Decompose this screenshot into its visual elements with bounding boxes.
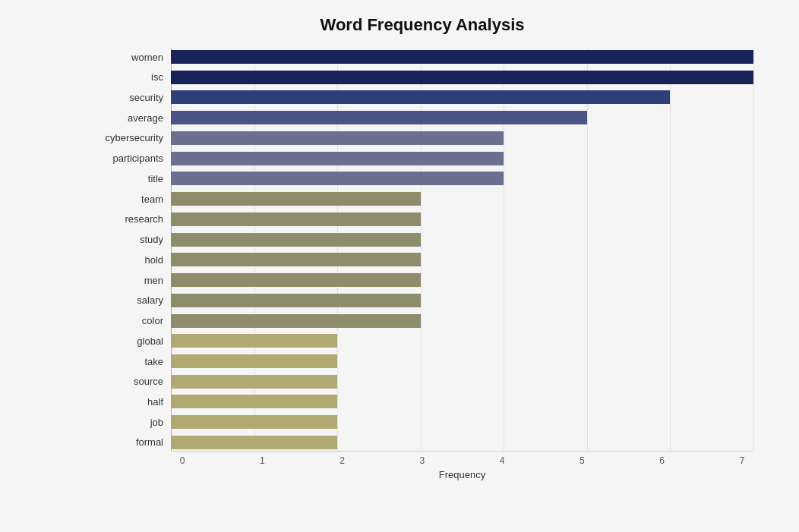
bar-fill: [171, 71, 753, 84]
bar-track: [171, 354, 753, 368]
bar-row: cybersecurity: [91, 130, 753, 146]
bar-label: cybersecurity: [91, 132, 171, 143]
bar-fill: [171, 375, 337, 389]
bar-row: study: [91, 231, 753, 248]
bar-label: research: [91, 213, 171, 225]
x-tick: 6: [651, 455, 674, 466]
bar-row: title: [91, 170, 753, 187]
bar-row: half: [91, 393, 753, 410]
bar-row: hold: [91, 251, 753, 268]
bar-track: [171, 212, 753, 226]
chart-area: womeniscsecurityaveragecybersecuritypart…: [91, 49, 753, 489]
bar-track: [171, 233, 753, 247]
bar-fill: [171, 294, 421, 307]
bar-row: job: [91, 414, 753, 430]
bar-label: team: [91, 194, 171, 205]
bar-label: formal: [91, 436, 171, 448]
bar-row: research: [91, 211, 753, 228]
bars-section: womeniscsecurityaveragecybersecuritypart…: [91, 49, 753, 451]
bar-label: security: [91, 92, 171, 103]
x-axis-area: 01234567 Frequency: [171, 451, 753, 489]
bar-track: [171, 131, 753, 145]
bar-fill: [171, 212, 421, 226]
bar-fill: [171, 273, 421, 287]
bar-label: job: [91, 417, 171, 428]
bar-track: [171, 273, 753, 287]
bar-fill: [171, 111, 587, 124]
bar-label: source: [91, 376, 171, 387]
bar-track: [171, 90, 753, 104]
bar-fill: [171, 152, 504, 165]
bar-row: team: [91, 190, 753, 207]
chart-container: Word Frequency Analysis womeniscsecurity…: [0, 0, 799, 532]
x-tick: 2: [331, 455, 354, 466]
bar-fill: [171, 395, 337, 408]
bar-track: [171, 192, 753, 206]
bar-label: global: [91, 335, 171, 347]
bar-track: [171, 314, 753, 328]
bar-track: [171, 436, 753, 449]
bar-track: [171, 152, 753, 165]
bar-row: isc: [91, 69, 753, 86]
bar-label: title: [91, 173, 171, 184]
x-tick: 7: [731, 455, 753, 466]
bar-row: men: [91, 272, 753, 288]
bar-track: [171, 415, 753, 429]
bar-fill: [171, 253, 421, 266]
grid-line: [753, 49, 754, 451]
bar-fill: [171, 334, 337, 348]
bar-label: salary: [91, 294, 171, 306]
bar-label: study: [91, 234, 171, 245]
bar-fill: [171, 192, 421, 206]
x-tick: 4: [491, 455, 513, 466]
bar-fill: [171, 233, 421, 247]
bar-row: formal: [91, 434, 753, 451]
x-axis-label: Frequency: [171, 469, 753, 480]
bar-row: average: [91, 109, 753, 126]
bar-track: [171, 334, 753, 348]
bar-label: participants: [91, 153, 171, 164]
bar-track: [171, 294, 753, 307]
x-tick: 5: [570, 455, 593, 466]
bar-fill: [171, 436, 337, 449]
bar-fill: [171, 50, 753, 64]
bar-row: security: [91, 89, 753, 105]
bar-label: men: [91, 275, 171, 286]
bar-track: [171, 253, 753, 266]
bar-row: women: [91, 49, 753, 65]
bar-row: take: [91, 353, 753, 370]
bar-track: [171, 50, 753, 64]
bar-track: [171, 375, 753, 389]
bar-fill: [171, 131, 504, 145]
bar-track: [171, 172, 753, 185]
bar-row: participants: [91, 150, 753, 167]
bar-fill: [171, 172, 504, 185]
bar-track: [171, 111, 753, 124]
chart-title: Word Frequency Analysis: [91, 15, 753, 35]
x-tick: 0: [171, 455, 194, 466]
bar-row: color: [91, 313, 753, 329]
bar-label: average: [91, 112, 171, 124]
bar-fill: [171, 314, 421, 328]
bar-label: women: [91, 52, 171, 63]
bar-fill: [171, 354, 337, 368]
bar-label: take: [91, 356, 171, 367]
bar-track: [171, 71, 753, 84]
bar-track: [171, 395, 753, 408]
x-tick: 3: [411, 455, 434, 466]
bar-label: isc: [91, 71, 171, 83]
bar-label: hold: [91, 254, 171, 266]
bar-row: source: [91, 373, 753, 390]
x-tick: 1: [251, 455, 273, 466]
bar-fill: [171, 415, 337, 429]
bar-row: salary: [91, 292, 753, 309]
x-ticks: 01234567: [171, 452, 753, 466]
bar-label: color: [91, 315, 171, 326]
bar-row: global: [91, 332, 753, 349]
bar-label: half: [91, 396, 171, 408]
bar-fill: [171, 90, 670, 104]
